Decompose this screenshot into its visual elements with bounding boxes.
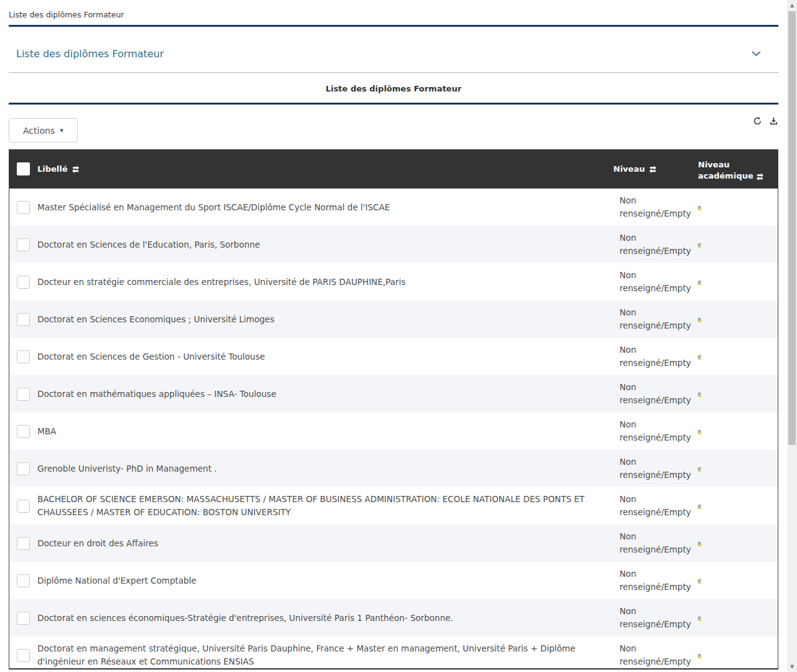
row-cell-niveau-academique <box>694 389 778 399</box>
row-cell-niveau: Non renseigné/Empty <box>613 381 694 407</box>
section-title: Liste des diplômes Formateur <box>9 48 164 60</box>
refresh-icon[interactable] <box>753 116 762 126</box>
row-checkbox[interactable] <box>17 201 30 214</box>
section-divider <box>9 72 778 73</box>
diploma-label: Doctorat en sciences économiques-Stratég… <box>37 613 453 623</box>
row-checkbox[interactable] <box>17 313 30 326</box>
niveau-value: Non renseigné/Empty <box>620 531 691 554</box>
download-icon[interactable] <box>769 116 778 126</box>
sort-icon[interactable] <box>72 166 80 173</box>
diploma-label: Grenoble Univeristy- PhD in Management . <box>37 464 217 474</box>
row-checkbox[interactable] <box>17 462 30 475</box>
table-row[interactable]: Docteur en stratégie commerciale des ent… <box>9 263 778 301</box>
broken-image-icon <box>698 467 701 472</box>
table-row[interactable]: Master Spécialisé en Management du Sport… <box>9 189 778 226</box>
row-cell-niveau: Non renseigné/Empty <box>613 194 694 220</box>
header-cell-niveau[interactable]: Niveau <box>613 164 694 174</box>
row-cell-niveau: Non renseigné/Empty <box>613 493 694 519</box>
row-cell-select <box>9 612 37 625</box>
table-row[interactable]: BACHELOR OF SCIENCE EMERSON: MASSACHUSET… <box>9 487 778 525</box>
row-checkbox[interactable] <box>17 388 30 401</box>
select-all-checkbox[interactable] <box>17 162 30 175</box>
header-cell-libelle[interactable]: Libellé <box>37 164 613 174</box>
table-row[interactable]: MBA Non renseigné/Empty <box>9 413 778 450</box>
table-row[interactable]: Doctorat en mathématiques appliquées – I… <box>9 375 778 413</box>
diploma-label: Doctorat en Sciences Economiques ; Unive… <box>37 314 275 324</box>
row-checkbox[interactable] <box>17 574 30 587</box>
diploma-label: Doctorat en mathématiques appliquées – I… <box>37 389 276 399</box>
row-checkbox[interactable] <box>17 649 30 662</box>
row-cell-niveau: Non renseigné/Empty <box>613 642 694 668</box>
row-checkbox[interactable] <box>17 500 30 513</box>
broken-image-icon <box>698 206 701 210</box>
table-body: Master Spécialisé en Management du Sport… <box>9 189 778 670</box>
actions-button[interactable]: Actions ▾ <box>9 118 78 142</box>
row-cell-select <box>9 238 37 251</box>
table-row[interactable]: Grenoble Univeristy- PhD in Management .… <box>9 450 778 487</box>
row-checkbox[interactable] <box>17 537 30 550</box>
caret-down-icon: ▾ <box>60 127 64 134</box>
row-checkbox[interactable] <box>17 238 30 251</box>
niveau-value: Non renseigné/Empty <box>620 270 691 293</box>
table-row[interactable]: Docteur en droit des Affaires Non rensei… <box>9 525 778 562</box>
top-divider-line <box>9 25 778 27</box>
sort-icon[interactable] <box>756 173 764 180</box>
niveau-value: Non renseigné/Empty <box>620 195 691 218</box>
row-checkbox[interactable] <box>17 276 30 289</box>
row-cell-niveau-academique <box>694 277 778 287</box>
niveau-value: Non renseigné/Empty <box>620 419 691 442</box>
scrollbar-up-arrow[interactable]: ▲ <box>787 2 797 8</box>
row-cell-select <box>9 425 37 438</box>
row-checkbox[interactable] <box>17 350 30 363</box>
row-cell-select <box>9 350 37 363</box>
row-cell-niveau-academique <box>694 240 778 250</box>
row-cell-niveau: Non renseigné/Empty <box>613 605 694 631</box>
vertical-scrollbar[interactable]: ▲ ▼ <box>787 0 797 672</box>
row-cell-niveau: Non renseigné/Empty <box>613 343 694 370</box>
row-cell-libelle: MBA <box>37 425 613 438</box>
row-cell-libelle: Docteur en droit des Affaires <box>37 537 613 550</box>
row-cell-libelle: BACHELOR OF SCIENCE EMERSON: MASSACHUSET… <box>37 493 613 519</box>
breadcrumb: Liste des diplômes Formateur <box>9 10 124 19</box>
sort-icon[interactable] <box>649 166 657 173</box>
header-cell-niveau-academique[interactable]: Niveau académique <box>694 154 778 182</box>
row-checkbox[interactable] <box>17 612 30 625</box>
broken-image-icon <box>698 318 701 322</box>
table-row[interactable]: Doctorat en sciences économiques-Stratég… <box>9 599 778 637</box>
row-cell-select <box>9 462 37 475</box>
row-cell-libelle: Master Spécialisé en Management du Sport… <box>37 201 613 214</box>
row-cell-niveau-academique <box>694 650 778 660</box>
row-cell-niveau-academique <box>694 352 778 362</box>
diploma-label: BACHELOR OF SCIENCE EMERSON: MASSACHUSET… <box>37 494 585 517</box>
column-label-libelle: Libellé <box>37 164 68 174</box>
table-row[interactable]: Doctorat en management stratégique, Univ… <box>9 637 778 670</box>
row-cell-niveau: Non renseigné/Empty <box>613 418 694 444</box>
row-cell-libelle: Docteur en stratégie commerciale des ent… <box>37 276 613 289</box>
row-cell-select <box>9 649 37 662</box>
diploma-label: Doctorat en Sciences de l'Education, Par… <box>37 240 260 250</box>
collapsible-section-header[interactable]: Liste des diplômes Formateur <box>9 35 778 72</box>
niveau-value: Non renseigné/Empty <box>620 643 691 666</box>
broken-image-icon <box>698 243 701 248</box>
row-checkbox[interactable] <box>17 425 30 438</box>
niveau-value: Non renseigné/Empty <box>620 307 691 330</box>
header-cell-select <box>9 162 37 175</box>
scrollbar-down-arrow[interactable]: ▼ <box>787 664 797 670</box>
table-row[interactable]: Doctorat en Sciences de Gestion - Univer… <box>9 338 778 375</box>
table-row[interactable]: Diplôme National d'Expert Comptable Non … <box>9 562 778 599</box>
row-cell-libelle: Doctorat en Sciences de l'Education, Par… <box>37 238 613 251</box>
actions-button-label: Actions <box>23 126 55 136</box>
scrollbar-thumb[interactable] <box>788 11 796 445</box>
table-row[interactable]: Doctorat en Sciences de l'Education, Par… <box>9 226 778 263</box>
row-cell-niveau: Non renseigné/Empty <box>613 269 694 295</box>
row-cell-niveau: Non renseigné/Empty <box>613 455 694 482</box>
table-utility-icons <box>753 116 778 126</box>
diplomas-table: Libellé Niveau Niveau académique <box>9 149 778 670</box>
niveau-value: Non renseigné/Empty <box>620 494 691 517</box>
chevron-down-icon[interactable] <box>752 51 778 57</box>
row-cell-niveau-academique <box>694 613 778 623</box>
table-row[interactable]: Doctorat en Sciences Economiques ; Unive… <box>9 301 778 338</box>
row-cell-libelle: Doctorat en sciences économiques-Stratég… <box>37 612 613 625</box>
row-cell-libelle: Doctorat en mathématiques appliquées – I… <box>37 388 613 401</box>
broken-image-icon <box>698 393 701 397</box>
